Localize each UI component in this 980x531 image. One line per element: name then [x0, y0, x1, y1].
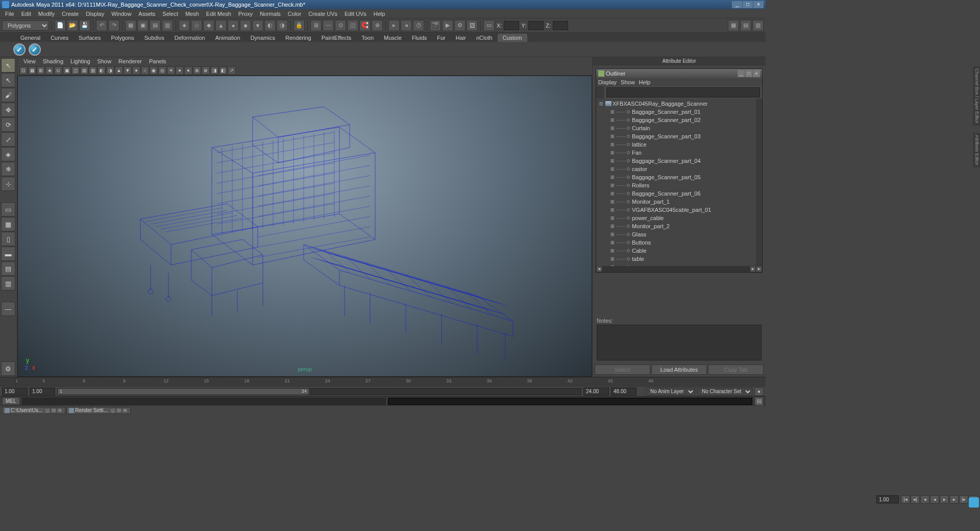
viewport-tool-10[interactable]: ◑ [106, 66, 114, 75]
viewport-tool-3[interactable]: ◈ [45, 66, 54, 75]
time-slider-toggle[interactable]: — [1, 302, 15, 316]
shelf-tab-curves[interactable]: Curves [45, 34, 74, 42]
task-item-0[interactable]: C:\Users\Us..._□× [2, 407, 65, 414]
viewport-tool-0[interactable]: ⊡ [19, 66, 28, 75]
viewport-tool-7[interactable]: ▤ [80, 66, 88, 75]
coord-x-input[interactable] [504, 21, 519, 30]
sidebar-toggle-1[interactable]: ▦ [728, 20, 739, 31]
menu-modify[interactable]: Modify [35, 10, 58, 17]
tree-item[interactable]: ⊞——Baggage_Scanner_part_06 [597, 189, 755, 198]
outliner-hscrollbar[interactable]: ◂ ▸ ▸ [596, 266, 762, 272]
outliner-close[interactable]: × [753, 70, 760, 77]
mask-btn-1[interactable]: ◈ [179, 20, 190, 31]
render-view-button[interactable]: 🖼 [467, 20, 478, 31]
rotate-tool[interactable]: ⟳ [1, 117, 15, 132]
copy-tab-button[interactable]: Copy Tab [708, 365, 764, 375]
anim-layer-select[interactable]: No Anim Layer [646, 388, 695, 396]
menu-edit-mesh[interactable]: Edit Mesh [203, 10, 234, 17]
shelf-tab-dynamics[interactable]: Dynamics [246, 34, 280, 42]
tree-item[interactable]: ⊞——Monitor_part_1 [597, 198, 755, 206]
outliner-vscrollbar[interactable] [756, 99, 762, 266]
shelf-tab-painteffects[interactable]: PaintEffects [316, 34, 357, 42]
select-component-button[interactable]: ▤ [150, 20, 161, 31]
hscroll-right2[interactable]: ▸ [756, 266, 762, 272]
viewport-tool-21[interactable]: ⊗ [202, 66, 210, 75]
soft-mod-tool[interactable]: ❄ [1, 162, 15, 176]
viewport-tool-14[interactable]: ○ [141, 66, 149, 75]
viewport-tool-23[interactable]: ◧ [219, 66, 227, 75]
menu-display[interactable]: Display [83, 10, 107, 17]
tree-item[interactable]: ⊞——Baggage_Scanner_part_04 [597, 157, 755, 165]
outliner-maximize[interactable]: □ [745, 70, 752, 77]
shelf-button-2[interactable]: ✓ [29, 43, 41, 56]
lock-button[interactable]: 🔒 [293, 20, 305, 31]
close-button[interactable]: × [753, 1, 764, 8]
hscroll-right[interactable]: ▸ [750, 266, 756, 272]
tree-item[interactable]: ⊞——Glass [597, 230, 755, 238]
shelf-tab-rendering[interactable]: Rendering [280, 34, 316, 42]
tree-root[interactable]: ⊟XFBXASC045Ray_Baggage_Scanner [597, 100, 755, 108]
tree-item[interactable]: ⊞——castor [597, 165, 755, 173]
tree-item[interactable]: ⊞——Fan [597, 149, 755, 157]
tree-item[interactable]: ⊞——Cable [597, 247, 755, 255]
shelf-tab-animation[interactable]: Animation [210, 34, 246, 42]
viewport-tool-19[interactable]: ● [184, 66, 192, 75]
shelf-button-1[interactable]: ✓ [13, 43, 26, 56]
snap-curve-button[interactable]: 〰 [323, 20, 334, 31]
tree-item[interactable]: ⊞——lattice [597, 140, 755, 149]
script-language-button[interactable]: MEL [2, 397, 20, 405]
scale-tool[interactable]: ⤢ [1, 132, 15, 147]
layout-single[interactable]: ▭ [1, 202, 15, 216]
viewport-tool-6[interactable]: ◫ [71, 66, 80, 75]
outliner-filter-icon[interactable] [596, 86, 604, 99]
new-scene-button[interactable]: 📄 [55, 20, 66, 31]
layout-two-stack[interactable]: ▬ [1, 247, 15, 261]
shelf-tab-toon[interactable]: Toon [356, 34, 379, 42]
outliner-menu-display[interactable]: Display [598, 79, 617, 85]
menu-proxy[interactable]: Proxy [235, 10, 256, 17]
snap-toggle-button[interactable]: ⊕ [372, 20, 383, 31]
open-scene-button[interactable]: 📂 [67, 20, 78, 31]
menu-color[interactable]: Color [285, 10, 304, 17]
construction-history-button[interactable]: ⏱ [413, 20, 424, 31]
tree-item[interactable]: ⊞——Rollers [597, 181, 755, 189]
move-tool[interactable]: ✥ [1, 103, 15, 117]
coord-z-input[interactable] [553, 21, 568, 30]
viewport-tool-12[interactable]: ▼ [124, 66, 132, 75]
viewport-menu-panels[interactable]: Panels [146, 58, 169, 65]
tool-settings-icon[interactable]: ⚙ [1, 361, 15, 376]
snap-plane-button[interactable]: ◫ [347, 20, 358, 31]
viewport-tool-5[interactable]: ▣ [63, 66, 71, 75]
viewport-canvas[interactable]: yzx persp [17, 76, 592, 377]
range-start-out[interactable] [2, 388, 28, 396]
minimize-button[interactable]: _ [732, 1, 742, 8]
mask-btn-7[interactable]: ▼ [252, 20, 263, 31]
menu-assets[interactable]: Assets [135, 10, 158, 17]
outliner-menu-help[interactable]: Help [639, 79, 651, 85]
sidebar-toggle-2[interactable]: ▤ [740, 20, 751, 31]
menu-mesh[interactable]: Mesh [182, 10, 202, 17]
viewport-tool-4[interactable]: ⊙ [54, 66, 62, 75]
viewport-tool-13[interactable]: ● [132, 66, 140, 75]
mask-btn-5[interactable]: ● [228, 20, 239, 31]
mask-btn-6[interactable]: ■ [240, 20, 251, 31]
layout-custom[interactable]: ▥ [1, 276, 15, 291]
shelf-tab-fluids[interactable]: Fluids [407, 34, 432, 42]
viewport-tool-2[interactable]: ⊞ [37, 66, 45, 75]
tree-item[interactable]: ⊞——power_cable [597, 214, 755, 222]
layout-four[interactable]: ▦ [1, 217, 15, 231]
select-button[interactable]: Select [595, 365, 650, 375]
menu-edit-uvs[interactable]: Edit UVs [341, 10, 370, 17]
save-scene-button[interactable]: 💾 [79, 20, 90, 31]
coord-y-input[interactable] [528, 21, 544, 30]
shelf-tab-custom[interactable]: Custom [498, 34, 527, 42]
viewport-tool-15[interactable]: ◉ [150, 66, 158, 75]
universal-manip-tool[interactable]: ◈ [1, 147, 15, 161]
paint-select-tool[interactable]: 🖌 [1, 88, 15, 102]
range-end-in[interactable] [583, 388, 609, 396]
viewport-tool-9[interactable]: ◐ [97, 66, 106, 75]
tree-item[interactable]: ⊞——Baggage_Scanner_part_05 [597, 173, 755, 181]
viewport-menu-shading[interactable]: Shading [40, 58, 66, 65]
shelf-tab-surfaces[interactable]: Surfaces [74, 34, 106, 42]
outliner-tree[interactable]: ⊟XFBXASC045Ray_Baggage_Scanner⊞——Baggage… [596, 99, 756, 266]
